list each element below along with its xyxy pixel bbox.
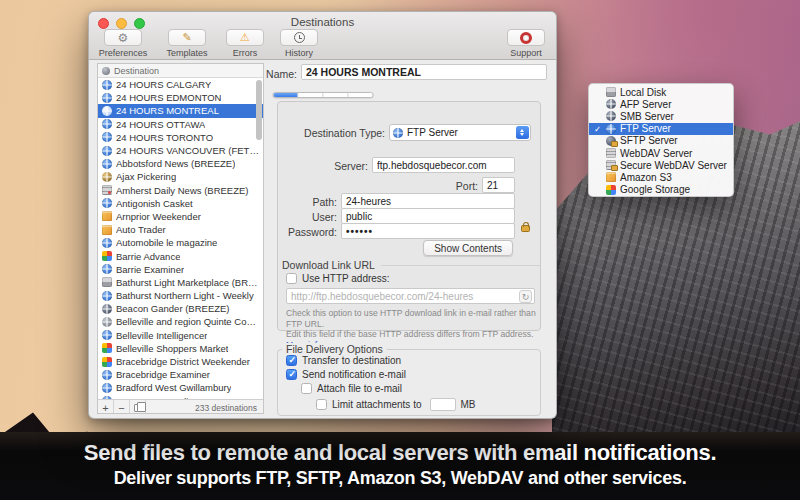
zoom-button[interactable]: [134, 18, 145, 29]
menu-item[interactable]: ✓ FTP Server: [589, 123, 733, 135]
globe-icon: [102, 67, 110, 75]
limit-value-field[interactable]: [430, 398, 456, 411]
list-scrollbar-thumb[interactable]: [256, 80, 262, 140]
checkbox-icon: [286, 355, 297, 366]
menu-item[interactable]: AFP Server: [589, 98, 733, 110]
tab[interactable]: [323, 93, 348, 97]
show-contents-button[interactable]: Show Contents: [423, 240, 513, 256]
destination-icon: [102, 159, 112, 169]
errors-button[interactable]: ⚠ Errors: [225, 29, 265, 58]
option-label: Attach file to e-mail: [317, 383, 402, 394]
destination-label: Automobile le magazine: [116, 237, 217, 248]
list-item[interactable]: Bracebridge District Weekender: [98, 355, 263, 368]
list-item[interactable]: 24 HOURS VANCOUVER (FETCH): [98, 144, 263, 157]
menu-item-label: FTP Server: [620, 123, 671, 134]
delivery-option[interactable]: Limit attachments to MB: [316, 398, 475, 411]
menu-item[interactable]: Secure WebDAV Server: [589, 159, 733, 171]
destination-label: Bracebridge Examiner: [116, 369, 210, 380]
preferences-button[interactable]: ⚙ Preferences: [97, 29, 149, 58]
list-body: 24 HOURS CALGARY 24 HOURS EDMONTON 24 HO…: [98, 78, 263, 399]
list-item[interactable]: Bracebridge Examiner: [98, 368, 263, 381]
list-item[interactable]: Antigonish Casket: [98, 197, 263, 210]
destination-icon: [102, 146, 112, 156]
list-item[interactable]: Bathurst Northern Light - Weekly: [98, 289, 263, 302]
menu-item-icon: [606, 185, 616, 195]
destination-label: 24 HOURS EDMONTON: [116, 92, 221, 103]
list-item[interactable]: Bradford West Gwillambury: [98, 381, 263, 394]
list-item[interactable]: Barrie Advance: [98, 249, 263, 262]
title-bar: Destinations ⚙ Preferences ✎ Templates ⚠…: [89, 12, 556, 60]
menu-item-label: SMB Server: [620, 111, 674, 122]
history-button[interactable]: History: [277, 29, 321, 58]
menu-item-icon: [606, 136, 616, 146]
http-url-field[interactable]: [286, 288, 535, 304]
list-item[interactable]: Brampton Guardian: [98, 395, 263, 400]
server-field[interactable]: [372, 157, 515, 173]
add-destination-button[interactable]: +: [98, 400, 114, 414]
caption-line1: Send files to remote and local servers w…: [0, 440, 800, 466]
list-item[interactable]: Belleville Shoppers Market: [98, 342, 263, 355]
destination-icon: [102, 383, 112, 393]
list-item[interactable]: 24 HOURS EDMONTON: [98, 91, 263, 104]
list-item[interactable]: Barrie Examiner: [98, 263, 263, 276]
menu-item[interactable]: Amazon S3: [589, 171, 733, 183]
list-item[interactable]: Arnprior Weekender: [98, 210, 263, 223]
list-item[interactable]: Automobile le magazine: [98, 236, 263, 249]
refresh-icon[interactable]: ↻: [519, 290, 532, 303]
remove-destination-button[interactable]: −: [114, 400, 130, 414]
list-item[interactable]: Abbotsford News (BREEZE): [98, 157, 263, 170]
list-item[interactable]: Ajax Pickering: [98, 170, 263, 183]
checkbox-icon: [301, 383, 312, 394]
templates-button[interactable]: ✎ Templates: [161, 29, 213, 58]
password-field[interactable]: [341, 223, 515, 239]
menu-item[interactable]: Google Storage: [589, 184, 733, 196]
use-http-checkbox[interactable]: Use HTTP address:: [286, 273, 390, 284]
port-field[interactable]: [482, 177, 515, 193]
warning-icon: ⚠: [240, 32, 250, 43]
destination-label: Auto Trader: [116, 224, 166, 235]
list-item[interactable]: Belleville Intelligencer: [98, 329, 263, 342]
support-button[interactable]: Support: [504, 29, 548, 58]
duplicate-destination-button[interactable]: [130, 400, 146, 414]
list-item[interactable]: Auto Trader: [98, 223, 263, 236]
path-field[interactable]: [341, 193, 515, 209]
delivery-option[interactable]: Attach file to e-mail: [301, 383, 475, 394]
menu-item-label: Local Disk: [620, 87, 666, 98]
tab-bar: [272, 92, 373, 98]
destination-label: 24 HOURS MONTREAL: [116, 105, 219, 116]
option-label: Transfer to destination: [302, 355, 401, 366]
destination-label: Barrie Examiner: [116, 264, 184, 275]
list-item[interactable]: 24 HOURS TORONTO: [98, 131, 263, 144]
menu-item-label: WebDAV Server: [620, 148, 692, 159]
destination-type-select[interactable]: FTP Server: [389, 124, 531, 141]
delivery-options: Transfer to destination Send notificatio…: [286, 355, 475, 411]
list-item[interactable]: Beacon Gander (BREEZE): [98, 302, 263, 315]
checkmark-icon: ✓: [593, 124, 602, 134]
menu-item[interactable]: SFTP Server: [589, 135, 733, 147]
delivery-option[interactable]: Send notification e-mail: [286, 369, 475, 380]
minimize-button[interactable]: [116, 18, 127, 29]
user-field[interactable]: [341, 208, 515, 224]
destination-icon: [102, 370, 112, 380]
menu-item[interactable]: SMB Server: [589, 110, 733, 122]
delivery-option[interactable]: Transfer to destination: [286, 355, 475, 366]
list-item[interactable]: Amherst Daily News (BREEZE): [98, 184, 263, 197]
tab[interactable]: [298, 93, 323, 97]
user-label: User:: [277, 211, 337, 223]
menu-item[interactable]: Local Disk: [589, 86, 733, 98]
destination-icon: [102, 238, 112, 248]
close-button[interactable]: [98, 18, 109, 29]
destination-label: 24 HOURS VANCOUVER (FETCH): [116, 145, 259, 156]
tab[interactable]: [348, 93, 372, 97]
tab[interactable]: [273, 93, 298, 97]
list-item[interactable]: 24 HOURS OTTAWA: [98, 118, 263, 131]
destination-icon: [102, 211, 112, 221]
destination-label: Abbotsford News (BREEZE): [116, 158, 235, 169]
list-item[interactable]: 24 HOURS MONTREAL: [98, 104, 263, 117]
caption-line2: Deliver supports FTP, SFTP, Amazon S3, W…: [0, 466, 800, 490]
list-item[interactable]: Belleville and region Quinte Communit...: [98, 315, 263, 328]
destination-icon: [102, 264, 112, 274]
list-item[interactable]: Bathurst Light Marketplace (BREEZE): [98, 276, 263, 289]
name-field[interactable]: [301, 64, 547, 80]
menu-item[interactable]: WebDAV Server: [589, 147, 733, 159]
